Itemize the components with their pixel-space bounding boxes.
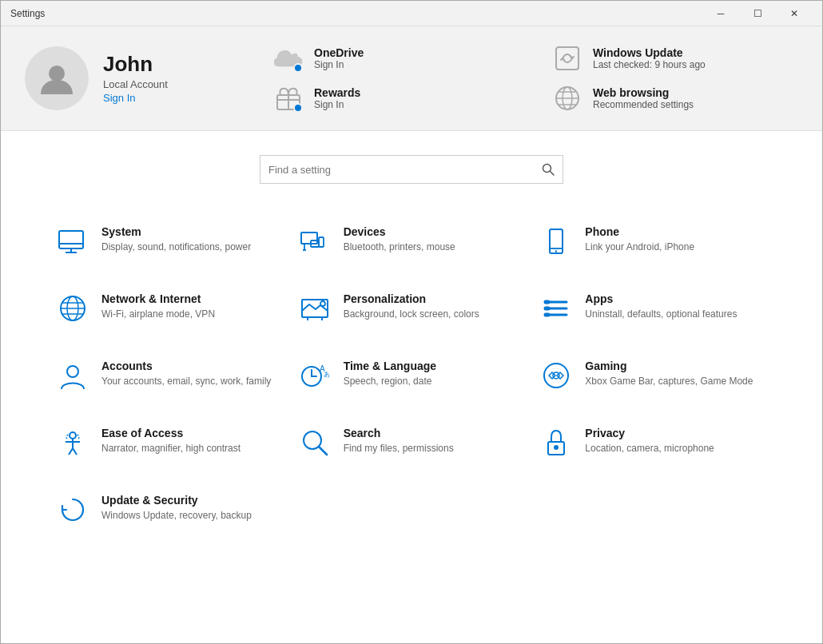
svg-rect-1 [556, 47, 578, 70]
phone-icon [540, 225, 572, 257]
system-desc: Display, sound, notifications, power [101, 241, 251, 254]
close-button[interactable]: ✕ [776, 1, 813, 26]
user-name: John [103, 52, 168, 77]
service-web-browsing[interactable]: Web browsing Recommended settings [551, 82, 798, 114]
svg-rect-17 [319, 237, 324, 247]
search-input[interactable] [268, 164, 535, 176]
devices-text: Devices Bluetooth, printers, mouse [344, 225, 455, 254]
rewards-sub: Sign In [314, 99, 360, 110]
network-desc: Wi-Fi, airplane mode, VPN [101, 308, 215, 321]
svg-point-38 [67, 366, 78, 377]
gaming-title: Gaming [585, 360, 753, 372]
search-text: Search Find my files, permissions [344, 427, 454, 455]
svg-text:あ: あ [324, 371, 330, 378]
svg-rect-11 [59, 231, 83, 248]
ease-text: Ease of Access Narrator, magnifier, high… [101, 427, 241, 455]
network-icon [57, 292, 89, 324]
minimize-button[interactable]: ─ [702, 1, 739, 26]
service-onedrive[interactable]: OneDrive Sign In [272, 42, 519, 74]
search-icon [542, 163, 555, 176]
service-windows-update[interactable]: Windows Update Last checked: 9 hours ago [551, 42, 798, 74]
gaming-icon [540, 360, 572, 392]
setting-privacy[interactable]: Privacy Location, camera, microphone [532, 409, 774, 476]
search-settings-icon [299, 427, 331, 459]
svg-point-29 [320, 301, 325, 306]
service-rewards[interactable]: Rewards Sign In [272, 82, 519, 114]
accounts-icon [57, 360, 89, 392]
app-title: Settings [10, 8, 45, 19]
apps-desc: Uninstall, defaults, optional features [585, 308, 737, 321]
window-controls: ─ ☐ ✕ [702, 1, 813, 26]
windows-update-icon [551, 42, 583, 74]
user-avatar-icon [38, 59, 76, 97]
rewards-icon [272, 82, 304, 114]
apps-title: Apps [585, 292, 737, 305]
setting-update[interactable]: Update & Security Windows Update, recove… [49, 476, 291, 543]
devices-icon [299, 225, 331, 257]
accounts-desc: Your accounts, email, sync, work, family [101, 375, 271, 388]
update-icon [57, 494, 89, 526]
search-desc: Find my files, permissions [344, 442, 454, 455]
system-icon [57, 225, 89, 257]
ease-title: Ease of Access [101, 427, 241, 439]
setting-gaming[interactable]: Gaming Xbox Game Bar, captures, Game Mod… [532, 342, 774, 409]
onedrive-name: OneDrive [314, 46, 364, 59]
system-title: System [101, 225, 251, 238]
onedrive-sub: Sign In [314, 59, 364, 70]
accounts-title: Accounts [101, 360, 271, 372]
maximize-button[interactable]: ☐ [739, 1, 776, 26]
svg-line-50 [73, 448, 77, 455]
gaming-text: Gaming Xbox Game Bar, captures, Game Mod… [585, 360, 753, 388]
setting-search[interactable]: Search Find my files, permissions [291, 409, 533, 476]
windows-update-sub: Last checked: 9 hours ago [593, 59, 706, 70]
devices-desc: Bluetooth, printers, mouse [344, 241, 455, 254]
user-block: John Local Account Sign In [25, 46, 248, 110]
windows-update-info: Windows Update Last checked: 9 hours ago [593, 46, 706, 70]
search-container [1, 131, 822, 200]
phone-desc: Link your Android, iPhone [585, 241, 694, 254]
setting-apps[interactable]: Apps Uninstall, defaults, optional featu… [532, 275, 774, 342]
onedrive-info: OneDrive Sign In [314, 46, 364, 70]
network-title: Network & Internet [101, 292, 215, 305]
svg-line-49 [69, 448, 73, 455]
account-type: Local Account [103, 78, 168, 90]
update-title: Update & Security [101, 494, 252, 507]
header-section: John Local Account Sign In OneDrive Sign… [1, 26, 822, 131]
privacy-text: Privacy Location, camera, microphone [585, 427, 714, 455]
setting-ease[interactable]: Ease of Access Narrator, magnifier, high… [49, 409, 291, 476]
web-browsing-icon [551, 82, 583, 114]
setting-phone[interactable]: Phone Link your Android, iPhone [532, 208, 774, 275]
ease-desc: Narrator, magnifier, high contrast [101, 442, 241, 455]
personalization-text: Personalization Background, lock screen,… [344, 292, 479, 321]
svg-point-46 [70, 432, 76, 439]
time-text: Time & Language Speech, region, date [344, 360, 436, 388]
privacy-title: Privacy [585, 427, 714, 439]
windows-update-name: Windows Update [593, 46, 706, 59]
rewards-name: Rewards [314, 86, 360, 99]
phone-title: Phone [585, 225, 694, 238]
apps-icon [540, 292, 572, 324]
sign-in-link[interactable]: Sign In [103, 92, 135, 104]
svg-line-52 [319, 447, 327, 455]
network-text: Network & Internet Wi-Fi, airplane mode,… [101, 292, 215, 321]
setting-time[interactable]: A あ Time & Language Speech, region, date [291, 342, 533, 409]
time-title: Time & Language [344, 360, 436, 372]
web-browsing-info: Web browsing Recommended settings [593, 86, 694, 110]
rewards-notification-dot [293, 103, 303, 113]
services-block: OneDrive Sign In Windows Update Last che… [272, 42, 798, 114]
personalization-desc: Background, lock screen, colors [344, 308, 479, 321]
system-text: System Display, sound, notifications, po… [101, 225, 251, 254]
time-icon: A あ [299, 360, 331, 392]
apps-text: Apps Uninstall, defaults, optional featu… [585, 292, 737, 321]
ease-icon [57, 427, 89, 459]
setting-personalization[interactable]: Personalization Background, lock screen,… [291, 275, 533, 342]
setting-devices[interactable]: Devices Bluetooth, printers, mouse [291, 208, 533, 275]
svg-point-22 [555, 250, 557, 252]
setting-system[interactable]: System Display, sound, notifications, po… [49, 208, 291, 275]
web-browsing-sub: Recommended settings [593, 99, 694, 110]
setting-network[interactable]: Network & Internet Wi-Fi, airplane mode,… [49, 275, 291, 342]
setting-accounts[interactable]: Accounts Your accounts, email, sync, wor… [49, 342, 291, 409]
svg-point-0 [49, 66, 65, 81]
update-text: Update & Security Windows Update, recove… [101, 494, 252, 523]
time-desc: Speech, region, date [344, 375, 436, 388]
